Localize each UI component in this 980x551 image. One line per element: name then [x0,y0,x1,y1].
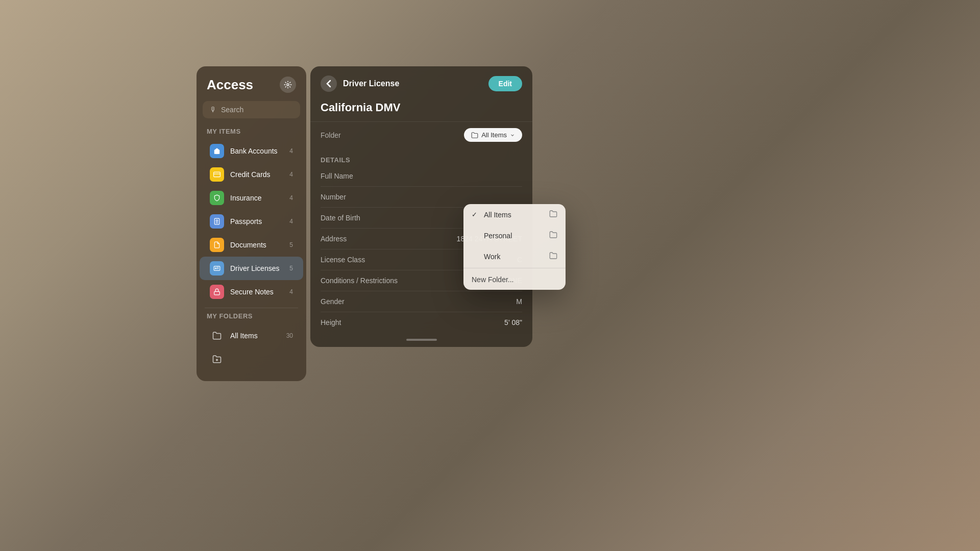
add-folder-icon [210,352,224,366]
bank-accounts-label: Bank Accounts [230,147,283,155]
folder-label: Folder [321,131,464,139]
panel-title: Driver License [343,79,399,88]
passports-count: 4 [289,218,293,225]
dropdown-item-work[interactable]: ✓ Work [463,246,566,267]
sidebar-divider [205,308,298,308]
sidebar-title-row: Access [197,77,306,101]
sidebar-item-passports[interactable]: Passports 4 [200,210,303,233]
folder-selector-button[interactable]: All Items [464,128,522,142]
record-name: California DMV [310,101,532,121]
bank-accounts-icon [210,144,224,158]
folder-row: Folder All Items [310,121,532,148]
bank-accounts-count: 4 [289,147,293,155]
folder-icon-all-items [549,210,557,219]
dropdown-new-folder[interactable]: New Folder... [463,269,566,290]
detail-value-height: 5' 08" [504,318,522,327]
folder-dropdown: ✓ All Items ✓ Personal ✓ Work [463,204,566,290]
documents-label: Documents [230,241,283,249]
edit-button[interactable]: Edit [488,76,522,91]
my-items-header: My Items [197,128,306,139]
detail-row-gender: Gender M [321,291,522,312]
sidebar-item-documents[interactable]: Documents 5 [200,233,303,257]
detail-value-gender: M [516,297,522,306]
dropdown-personal-label: Personal [484,232,512,240]
insurance-count: 4 [289,194,293,202]
sidebar-item-bank-accounts[interactable]: Bank Accounts 4 [200,139,303,163]
svg-point-0 [287,84,289,86]
sidebar-item-add-folder[interactable] [200,347,303,371]
app-title: Access [207,77,253,93]
sidebar-item-credit-cards[interactable]: Credit Cards 4 [200,163,303,186]
details-section-title: Details [321,156,522,164]
folder-icon-work [549,252,557,261]
search-bar[interactable]: 🎙 Search [203,101,300,118]
detail-key-fullname: Full Name [321,172,522,180]
all-items-folder-count: 30 [286,332,293,339]
dropdown-all-items-label: All Items [484,211,511,219]
main-panel: Driver License Edit California DMV Folde… [310,66,532,347]
svg-point-7 [215,268,216,269]
microphone-icon: 🎙 [210,106,217,114]
all-items-folder-label: All Items [230,332,280,340]
insurance-icon [210,191,224,205]
passports-label: Passports [230,217,283,226]
svg-rect-1 [214,172,220,177]
sidebar: Access 🎙 Search My Items Bank Accounts 4 [197,66,306,381]
all-items-folder-icon [210,329,224,343]
secure-notes-icon [210,285,224,299]
dropdown-item-all-items[interactable]: ✓ All Items [463,204,566,225]
folder-selected-label: All Items [481,131,507,139]
dropdown-divider [463,268,566,268]
detail-key-gender: Gender [321,297,516,306]
folder-icon-personal [549,231,557,240]
sidebar-item-driver-licenses[interactable]: Driver Licenses 5 [200,257,303,280]
sidebar-item-insurance[interactable]: Insurance 4 [200,186,303,210]
sidebar-item-all-items-folder[interactable]: All Items 30 [200,324,303,347]
search-placeholder: Search [221,106,243,114]
sidebar-item-secure-notes[interactable]: Secure Notes 4 [200,280,303,304]
detail-row-fullname: Full Name [321,166,522,187]
detail-key-address: Address [321,235,457,243]
insurance-label: Insurance [230,194,283,202]
my-folders-header: My Folders [197,312,306,324]
credit-cards-icon [210,167,224,182]
detail-key-number: Number [321,193,522,201]
secure-notes-count: 4 [289,288,293,295]
scroll-indicator [406,339,437,341]
check-icon: ✓ [472,211,479,218]
secure-notes-label: Secure Notes [230,288,283,296]
svg-rect-10 [214,291,220,294]
settings-button[interactable] [280,77,296,93]
detail-row-height: Height 5' 08" [321,312,522,333]
passports-icon [210,214,224,229]
driver-licenses-icon [210,261,224,276]
credit-cards-count: 4 [289,171,293,178]
ui-wrapper: Access 🎙 Search My Items Bank Accounts 4 [197,66,532,381]
driver-licenses-count: 5 [289,265,293,272]
new-folder-label: New Folder... [472,276,513,284]
panel-header: Driver License Edit [310,66,532,101]
driver-licenses-label: Driver Licenses [230,264,283,272]
documents-icon [210,238,224,252]
documents-count: 5 [289,241,293,248]
svg-point-4 [216,220,218,222]
dropdown-work-label: Work [484,253,500,261]
back-button[interactable] [321,76,337,92]
dropdown-item-personal[interactable]: ✓ Personal [463,225,566,246]
credit-cards-label: Credit Cards [230,170,283,179]
detail-key-height: Height [321,318,504,327]
